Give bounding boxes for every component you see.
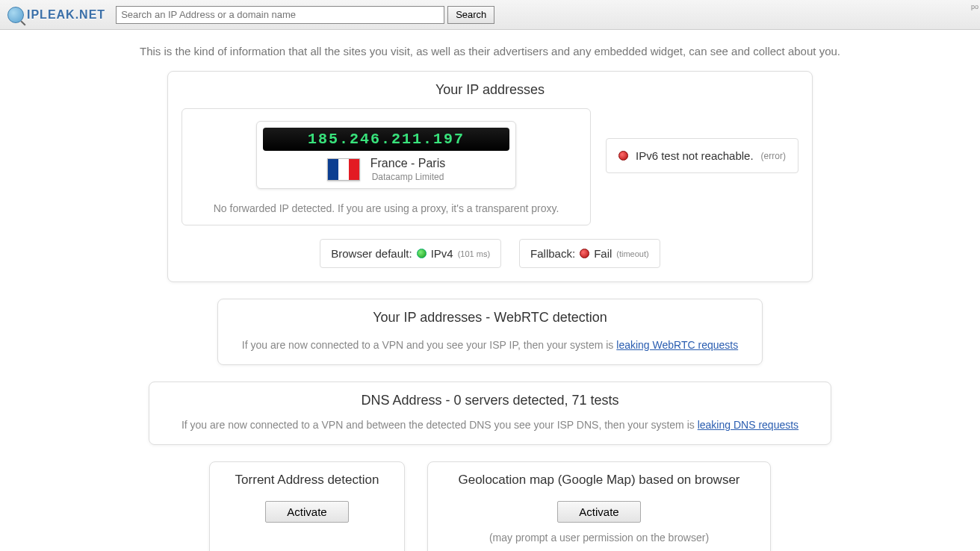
fallback-box: Fallback: Fail (timeout): [519, 239, 660, 268]
browser-default-detail: (101 ms): [458, 249, 490, 258]
logo[interactable]: IPLEAK.NET: [7, 7, 105, 23]
ip-address-value: 185.246.211.197: [263, 128, 509, 151]
torrent-panel: Torrent Address detection Activate: [209, 461, 405, 551]
fallback-value: Fail: [594, 247, 612, 260]
dns-note: If you are now connected to a VPN and be…: [163, 419, 817, 431]
geolocation-panel: Geolocation map (Google Map) based on br…: [427, 461, 771, 551]
status-dot-red-icon: [618, 151, 628, 161]
status-dot-red-icon: [580, 249, 589, 258]
ipv6-status-text: IPv6 test not reachable.: [636, 149, 754, 162]
globe-magnifier-icon: [7, 7, 24, 23]
webrtc-note: If you are now connected to a VPN and yo…: [232, 339, 748, 351]
ip-isp: Datacamp Limited: [370, 172, 445, 182]
fallback-detail: (timeout): [616, 249, 648, 258]
ipv4-block: 185.246.211.197 France - Paris Datacamp …: [182, 108, 591, 225]
browser-default-value: IPv4: [431, 247, 453, 260]
ip-panel-title: Your IP addresses: [182, 82, 798, 98]
intro-text: This is the kind of information that all…: [0, 45, 980, 57]
geo-activate-button[interactable]: Activate: [557, 501, 640, 523]
geo-permission-note: (may prompt a user permission on the bro…: [443, 532, 755, 544]
webrtc-panel-title: Your IP addresses - WebRTC detection: [232, 310, 748, 326]
webrtc-panel: Your IP addresses - WebRTC detection If …: [217, 299, 763, 365]
ip-card: 185.246.211.197 France - Paris Datacamp …: [256, 121, 516, 189]
corner-text: po: [971, 3, 979, 10]
torrent-panel-title: Torrent Address detection: [225, 473, 389, 488]
geo-panel-title: Geolocation map (Google Map) based on br…: [443, 473, 755, 488]
ipv6-status-box: IPv6 test not reachable. (error): [606, 138, 798, 173]
dns-leak-link[interactable]: leaking DNS requests: [698, 419, 798, 431]
flag-france-icon: [327, 158, 360, 181]
dns-panel-title: DNS Address - 0 servers detected, 71 tes…: [163, 393, 817, 408]
search-button[interactable]: Search: [447, 6, 494, 24]
ipv6-status-detail: (error): [761, 151, 786, 161]
browser-default-label: Browser default:: [331, 247, 412, 260]
browser-default-box: Browser default: IPv4 (101 ms): [320, 239, 501, 268]
torrent-activate-button[interactable]: Activate: [265, 501, 348, 523]
logo-text: IPLEAK.NET: [27, 8, 105, 22]
webrtc-leak-link[interactable]: leaking WebRTC requests: [616, 339, 738, 351]
dns-note-prefix: If you are now connected to a VPN and be…: [182, 419, 698, 431]
fallback-label: Fallback:: [530, 247, 575, 260]
search-input[interactable]: [116, 6, 444, 24]
forwarded-ip-note: No forwarded IP detected. If you are usi…: [191, 202, 581, 214]
dns-panel: DNS Address - 0 servers detected, 71 tes…: [149, 382, 831, 445]
status-dot-green-icon: [417, 249, 427, 258]
webrtc-note-prefix: If you are now connected to a VPN and yo…: [242, 339, 616, 351]
ip-location: France - Paris: [370, 157, 445, 170]
ip-addresses-panel: Your IP addresses 185.246.211.197 France…: [167, 71, 813, 282]
topbar: IPLEAK.NET Search po: [0, 0, 980, 30]
